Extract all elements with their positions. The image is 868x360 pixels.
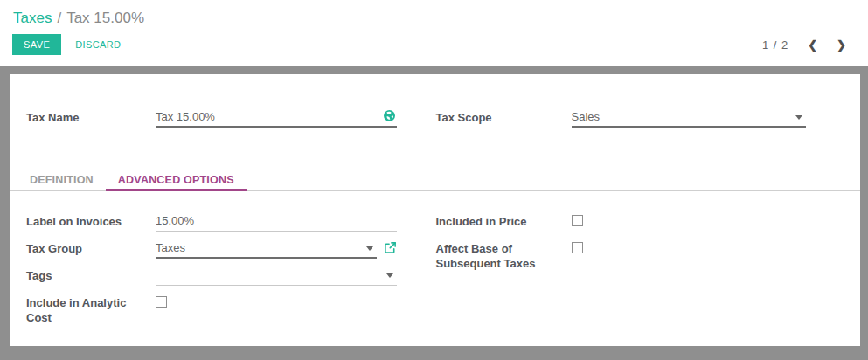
include-analytic-cost-row: Include in Analytic Cost — [26, 294, 397, 325]
translate-globe-icon[interactable] — [384, 110, 395, 121]
form-sheet: Tax Name Tax 15.00% — [10, 74, 860, 346]
included-in-price-checkbox[interactable] — [572, 215, 583, 226]
external-link-icon[interactable] — [384, 241, 397, 254]
discard-button[interactable]: DISCARD — [75, 34, 121, 55]
tax-name-label: Tax Name — [26, 108, 156, 125]
label-on-invoices-label: Label on Invoices — [26, 212, 156, 229]
tax-group-row: Tax Group Taxes — [26, 239, 397, 259]
tab-advanced-options[interactable]: ADVANCED OPTIONS — [106, 169, 247, 190]
breadcrumb-taxes-link[interactable]: Taxes — [13, 10, 52, 26]
toolbar: SAVE DISCARD 1 / 2 ❮ ❯ — [0, 34, 868, 55]
tags-label: Tags — [26, 267, 156, 283]
included-in-price-row: Included in Price — [436, 212, 807, 232]
chevron-down-icon[interactable] — [386, 273, 393, 278]
tax-name-value[interactable]: Tax 15.00% — [156, 108, 397, 126]
control-panel: Taxes/Tax 15.00% SAVE DISCARD 1 / 2 ❮ ❯ — [0, 0, 868, 66]
tax-scope-value[interactable]: Sales — [572, 108, 807, 126]
tax-scope-row: Tax Scope Sales — [436, 108, 807, 128]
tax-name-field[interactable]: Tax 15.00% — [156, 108, 397, 128]
tags-row: Tags — [26, 267, 397, 286]
label-on-invoices-value[interactable]: 15.00% — [156, 212, 397, 230]
notebook-tabs: DEFINITION ADVANCED OPTIONS — [10, 169, 860, 191]
tax-group-label: Tax Group — [26, 239, 156, 256]
breadcrumb-current: Tax 15.00% — [66, 10, 144, 26]
breadcrumb-separator: / — [52, 10, 66, 26]
tax-scope-select[interactable]: Sales — [572, 108, 807, 128]
tax-name-row: Tax Name Tax 15.00% — [26, 108, 397, 128]
label-on-invoices-row: Label on Invoices 15.00% — [26, 212, 397, 232]
pager-count: 1 / 2 — [762, 38, 788, 52]
chevron-down-icon[interactable] — [795, 115, 802, 120]
pager-next-icon[interactable]: ❯ — [837, 38, 846, 52]
chevron-down-icon[interactable] — [366, 246, 373, 251]
include-analytic-cost-checkbox[interactable] — [156, 296, 167, 308]
pager: 1 / 2 ❮ ❯ — [762, 38, 846, 52]
tags-select[interactable] — [156, 267, 397, 286]
included-in-price-label: Included in Price — [436, 212, 572, 229]
pager-prev-icon[interactable]: ❮ — [808, 38, 817, 52]
affect-base-label: Affect Base of Subsequent Taxes — [436, 239, 572, 271]
tax-scope-label: Tax Scope — [436, 108, 572, 125]
form-canvas: Tax Name Tax 15.00% — [0, 66, 868, 360]
save-button[interactable]: SAVE — [12, 34, 61, 55]
include-analytic-cost-label: Include in Analytic Cost — [26, 294, 156, 325]
affect-base-checkbox[interactable] — [572, 242, 583, 253]
tax-group-value[interactable]: Taxes — [156, 239, 377, 257]
affect-base-row: Affect Base of Subsequent Taxes — [436, 239, 807, 271]
breadcrumb: Taxes/Tax 15.00% — [0, 0, 868, 28]
tax-group-select[interactable]: Taxes — [156, 239, 377, 259]
tab-definition[interactable]: DEFINITION — [17, 169, 106, 190]
label-on-invoices-field[interactable]: 15.00% — [156, 212, 397, 232]
